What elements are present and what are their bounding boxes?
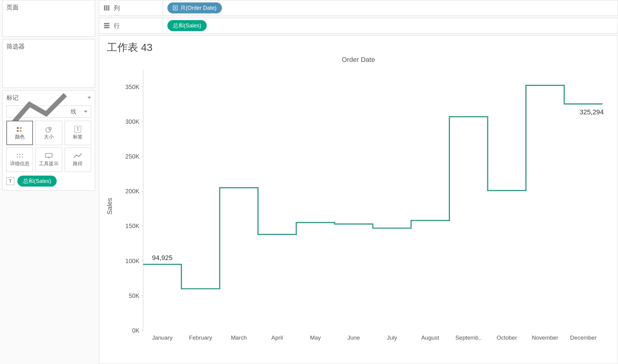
svg-point-0 (17, 127, 19, 129)
chevron-down-icon (84, 111, 88, 113)
mark-type-dropdown[interactable]: 线 (6, 105, 91, 118)
visualization-area[interactable]: 工作表 43 Order Date Sales 0K50K100K150K200… (99, 35, 618, 364)
svg-point-8 (22, 154, 23, 155)
rows-shelf[interactable]: 行 总和(Sales) (99, 18, 618, 34)
marks-detail-button[interactable]: 详细信息 (6, 148, 33, 172)
svg-text:January: January (152, 334, 173, 341)
svg-point-7 (19, 154, 20, 155)
columns-pill-order-date[interactable]: 月(Order Date) (167, 2, 222, 13)
chevron-down-icon[interactable] (88, 97, 91, 99)
svg-text:August: August (421, 334, 440, 341)
marks-size-button[interactable]: 大小 (35, 121, 62, 145)
filters-label: 筛选器 (3, 39, 95, 54)
svg-text:94,925: 94,925 (152, 254, 173, 262)
svg-point-2 (17, 130, 19, 132)
svg-text:250K: 250K (125, 153, 140, 160)
svg-rect-15 (106, 5, 107, 11)
filters-shelf[interactable]: 筛选器 (2, 39, 95, 88)
marks-tooltip-button[interactable]: 工具提示 (35, 148, 62, 172)
marks-color-button[interactable]: 颜色 (6, 121, 33, 145)
pages-shelf[interactable]: 页面 (2, 0, 95, 37)
marks-label-button[interactable]: T 标签 (65, 121, 91, 145)
svg-text:March: March (231, 334, 247, 341)
svg-text:November: November (532, 334, 558, 341)
svg-text:February: February (189, 334, 212, 341)
columns-label: 列 (114, 4, 120, 12)
svg-text:300K: 300K (125, 118, 140, 125)
svg-rect-21 (104, 25, 109, 26)
svg-point-3 (20, 130, 21, 132)
svg-text:December: December (570, 334, 597, 341)
label-pill-sales[interactable]: 总和(Sales) (17, 176, 57, 187)
pages-label: 页面 (3, 0, 95, 15)
rows-icon (103, 22, 110, 29)
mark-type-label: 线 (71, 108, 76, 115)
svg-text:50K: 50K (129, 292, 140, 299)
rows-pill-sales[interactable]: 总和(Sales) (167, 20, 207, 31)
y-axis-label: Sales (105, 67, 114, 346)
plus-box-icon (173, 5, 178, 10)
columns-icon (103, 5, 110, 11)
marks-path-button[interactable]: 路径 (65, 148, 91, 172)
svg-point-10 (19, 156, 20, 157)
svg-rect-14 (104, 5, 105, 11)
svg-text:Septemb..: Septemb.. (455, 334, 482, 341)
chart-canvas[interactable]: 0K50K100K150K200K250K300K350KJanuaryFebr… (114, 67, 612, 346)
svg-text:325,294: 325,294 (580, 108, 604, 116)
svg-rect-20 (104, 23, 109, 24)
svg-text:350K: 350K (125, 84, 140, 90)
svg-rect-12 (45, 153, 52, 157)
svg-text:July: July (387, 334, 397, 341)
svg-text:April: April (271, 334, 283, 341)
svg-point-9 (17, 156, 18, 157)
svg-point-11 (22, 156, 23, 157)
sheet-title[interactable]: 工作表 43 (107, 41, 612, 55)
svg-text:200K: 200K (125, 188, 140, 194)
svg-text:June: June (348, 334, 360, 341)
chart-axis-title-top: Order Date (105, 56, 612, 64)
svg-text:150K: 150K (125, 223, 140, 229)
marks-card: 标记 线 颜色 (2, 90, 95, 191)
svg-text:100K: 100K (125, 258, 140, 264)
svg-text:May: May (310, 334, 321, 341)
svg-text:0K: 0K (132, 327, 140, 334)
label-icon: T (6, 177, 14, 185)
svg-point-1 (20, 127, 21, 129)
svg-rect-22 (104, 27, 109, 28)
svg-text:October: October (497, 334, 517, 341)
svg-point-6 (17, 154, 18, 155)
columns-shelf[interactable]: 列 月(Order Date) (99, 0, 618, 16)
svg-rect-16 (108, 5, 109, 11)
svg-marker-13 (48, 157, 50, 159)
rows-label: 行 (114, 22, 120, 30)
